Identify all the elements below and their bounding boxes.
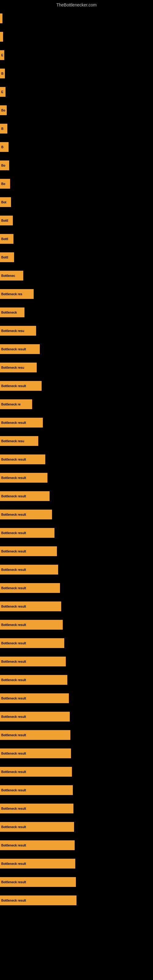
bar-label: Bottleneck result — [1, 678, 26, 682]
bar-label: E — [1, 54, 3, 57]
bar-label: Bottleneck result — [1, 384, 26, 388]
bar-label: Bottleneck — [1, 311, 17, 314]
bar-row: Bottleneck result — [0, 377, 153, 395]
bar-label: Bottleneck res — [1, 293, 22, 296]
bar-row: Bo — [0, 101, 153, 119]
bar-label: Bottleneck result — [1, 715, 26, 719]
bar-label: Bottleneck result — [1, 513, 26, 516]
bar-label: B — [1, 145, 3, 149]
bar-label: Bottleneck result — [1, 605, 26, 608]
bar-row: Bottleneck result — [0, 671, 153, 689]
site-title: TheBottlenecker.com — [0, 0, 153, 10]
bar-row: Bottleneck — [0, 303, 153, 321]
bar-label: B — [1, 127, 3, 130]
bar-row: Bottl — [0, 211, 153, 230]
bar-row: Bottleneck result — [0, 652, 153, 671]
bar-row: Bo — [0, 156, 153, 175]
bar-label: Bottlenec — [1, 274, 15, 277]
bar-label: Bo — [1, 109, 5, 112]
bar-row: Bottl — [0, 248, 153, 266]
bar-label: Bottleneck result — [1, 862, 26, 865]
bar-label: Bottleneck resu — [1, 439, 24, 443]
bar-label: Bo — [1, 164, 5, 167]
bar-label: Bottleneck resu — [1, 329, 24, 332]
bar-label: Bottleneck result — [1, 348, 26, 351]
bar-row: Bottleneck result — [0, 560, 153, 579]
bar-row: Bottleneck result — [0, 616, 153, 634]
bar-label: E — [1, 90, 3, 94]
bar-row: Bottleneck result — [0, 726, 153, 744]
bar-row: Bottleneck result — [0, 597, 153, 616]
bar-row: Bottleneck result — [0, 579, 153, 597]
bar-row: Bottl — [0, 230, 153, 248]
bar-row: E — [0, 46, 153, 64]
bar-row: Bottleneck result — [0, 634, 153, 652]
bar-row: Bottleneck result — [0, 689, 153, 708]
bar-row — [0, 9, 153, 27]
bar-label: Bottleneck result — [1, 825, 26, 829]
bar-row: E — [0, 83, 153, 101]
bar-label: Bottleneck result — [1, 458, 26, 461]
bar-row: Bottleneck result — [0, 781, 153, 799]
bar-row: B — [0, 64, 153, 83]
bar-row: Bottleneck result — [0, 799, 153, 818]
bar-row: Bottleneck result — [0, 891, 153, 910]
bar-row: Bottleneck result — [0, 469, 153, 487]
bar-row: Bottleneck result — [0, 708, 153, 726]
bar-label: Bottleneck resu — [1, 366, 24, 369]
bar-label: Bottleneck result — [1, 880, 26, 884]
bar-label: B — [1, 72, 3, 75]
bar-label: Bottl — [1, 256, 8, 259]
bar-label: Bottleneck result — [1, 697, 26, 700]
bar-label: Bottleneck result — [1, 531, 26, 535]
bar-label: Bottl — [1, 237, 8, 241]
bars-container: EBEBoBBBoBoBotBottlBottlBottlBottlenecBo… — [0, 9, 153, 910]
bar-row: Bottleneck result — [0, 414, 153, 432]
bar-row: Bot — [0, 193, 153, 211]
bar-label: Bottleneck result — [1, 641, 26, 645]
bar-label: Bottl — [1, 219, 8, 222]
bar-label: Bottleneck result — [1, 899, 26, 902]
bar-label: Bottleneck result — [1, 623, 26, 627]
bar-label: Bottleneck result — [1, 660, 26, 663]
bar-row: Bottleneck result — [0, 873, 153, 891]
bar-row: B — [0, 138, 153, 156]
bar-label: Bottleneck result — [1, 770, 26, 773]
bar-label: Bottleneck result — [1, 568, 26, 571]
bar-row — [0, 27, 153, 46]
bar-row: Bottleneck resu — [0, 432, 153, 450]
bar-label: Bottleneck re — [1, 403, 21, 406]
bar-row: Bottleneck resu — [0, 321, 153, 340]
bar-row: Bottlenec — [0, 266, 153, 285]
bar-row: Bottleneck result — [0, 450, 153, 469]
bar-label: Bottleneck result — [1, 495, 26, 498]
bar-row: Bottleneck res — [0, 285, 153, 303]
bar-label: Bottleneck result — [1, 476, 26, 480]
bar-label: Bottleneck result — [1, 807, 26, 810]
bar-label: Bo — [1, 182, 5, 186]
bar-row: Bottleneck result — [0, 762, 153, 781]
bar-label: Bot — [1, 200, 6, 204]
bar-row: Bottleneck result — [0, 542, 153, 560]
bar-row: Bottleneck result — [0, 744, 153, 762]
bar-row: Bottleneck result — [0, 487, 153, 505]
bar-row: Bottleneck result — [0, 818, 153, 836]
bar-label: Bottleneck result — [1, 587, 26, 590]
bar-row: Bottleneck result — [0, 524, 153, 542]
bar-row: Bottleneck result — [0, 340, 153, 358]
bar-row: Bottleneck result — [0, 836, 153, 854]
bar-row: Bottleneck re — [0, 395, 153, 414]
bar-label: Bottleneck result — [1, 421, 26, 425]
bar-row: Bottleneck result — [0, 854, 153, 873]
bar-label: Bottleneck result — [1, 844, 26, 847]
bar-row: Bottleneck result — [0, 505, 153, 524]
bar-row: Bo — [0, 175, 153, 193]
bar-row: Bottleneck resu — [0, 358, 153, 377]
bar-label: Bottleneck result — [1, 789, 26, 792]
bar-row: B — [0, 119, 153, 138]
bar-label: Bottleneck result — [1, 733, 26, 737]
bar-label: Bottleneck result — [1, 550, 26, 553]
bar-label: Bottleneck result — [1, 752, 26, 755]
